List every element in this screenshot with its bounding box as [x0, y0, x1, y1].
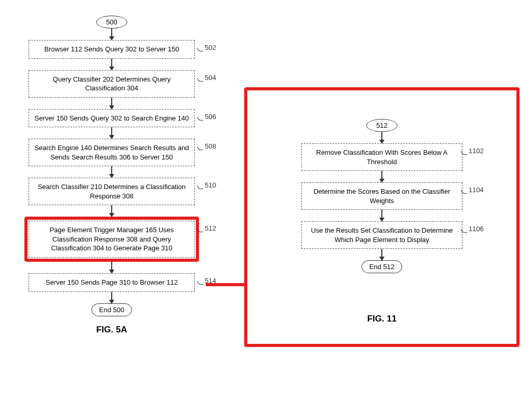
arrow [111, 29, 112, 40]
ref-num: 502 [205, 43, 216, 52]
ref-num: 1102 [469, 146, 484, 156]
step-text: Determine the Scores Based on the Classi… [313, 188, 450, 205]
process-step-508: Search Engine 140 Determines Search Resu… [29, 139, 195, 166]
highlighted-step-512: Page Element Trigger Manager 165 Uses Cl… [24, 217, 199, 262]
arrow [381, 210, 382, 221]
ref-num: 510 [205, 181, 216, 190]
ref-num: 504 [205, 73, 216, 83]
process-step-504: Query Classifier 202 Determines Query Cl… [29, 70, 195, 98]
ref-num: 512 [205, 224, 216, 233]
arrow [381, 171, 382, 182]
start-terminator-left: 500 [96, 16, 127, 29]
step-text: Server 150 Sends Page 310 to Browser 112 [46, 278, 178, 286]
ref-num: 1104 [469, 185, 484, 195]
process-step-510: Search Classifier 210 Determines a Class… [29, 178, 195, 205]
process-step-514: Server 150 Sends Page 310 to Browser 112… [29, 273, 195, 292]
step-text: Remove Classification With Scores Below … [316, 149, 448, 166]
process-step-502: Browser 112 Sends Query 302 to Server 15… [29, 40, 195, 59]
figure-label-11: FIG. 11 [367, 314, 397, 324]
arrow [111, 59, 112, 70]
arrow [111, 127, 112, 139]
figure-label-5a: FIG. 5A [96, 325, 127, 335]
arrow [111, 262, 112, 273]
ref-num: 506 [205, 112, 216, 122]
ref-num: 508 [205, 142, 216, 151]
end-terminator-right: End 512 [362, 260, 402, 273]
ref-num: 1106 [469, 224, 484, 234]
arrow [111, 166, 112, 178]
step-text: Use the Results Set Classification to De… [311, 226, 453, 244]
process-step-1102: Remove Classification With Scores Below … [301, 143, 462, 171]
process-step-512: Page Element Trigger Manager 165 Uses Cl… [29, 221, 195, 258]
process-step-1106: Use the Results Set Classification to De… [301, 221, 462, 249]
step-text: Search Classifier 210 Determines a Class… [38, 183, 186, 200]
start-terminator-right: 512 [366, 119, 397, 132]
step-text: Server 150 Sends Query 302 to Search Eng… [34, 114, 189, 122]
process-step-506: Server 150 Sends Query 302 to Search Eng… [29, 109, 195, 128]
step-text: Page Element Trigger Manager 165 Uses Cl… [49, 226, 174, 252]
arrow [381, 132, 382, 143]
step-text: Query Classifier 202 Determines Query Cl… [53, 75, 171, 92]
flowchart-left: 500 Browser 112 Sends Query 302 to Serve… [16, 16, 208, 335]
arrow [111, 292, 112, 303]
step-text: Search Engine 140 Determines Search Resu… [34, 144, 189, 161]
process-step-1104: Determine the Scores Based on the Classi… [301, 182, 462, 210]
arrow [111, 98, 112, 109]
step-text: Browser 112 Sends Query 302 to Server 15… [44, 45, 179, 53]
flowchart-right-callout: 512 Remove Classification With Scores Be… [244, 87, 520, 347]
arrow [381, 249, 382, 260]
connector-line [206, 283, 245, 286]
end-terminator-left: End 500 [91, 303, 132, 316]
arrow [111, 205, 112, 217]
